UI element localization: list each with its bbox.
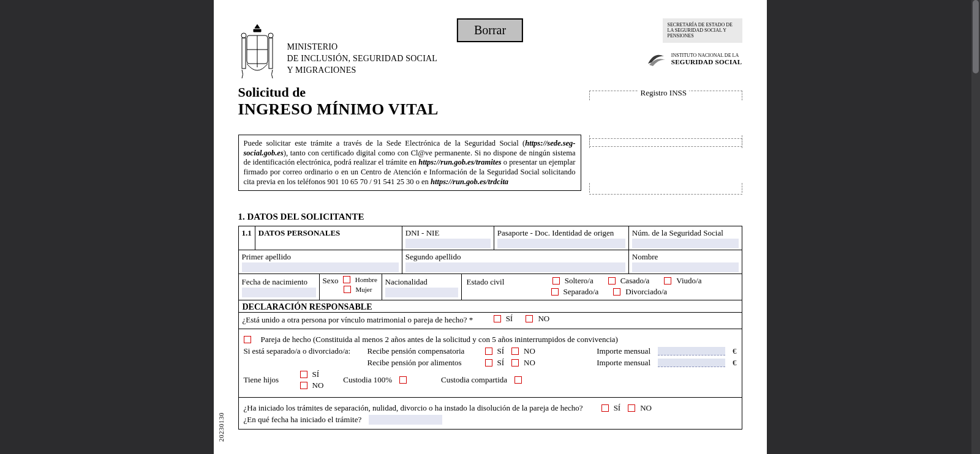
pdf-page: Borrar MINISTERIO DE INC — [214, 0, 767, 454]
checkbox-divorciado[interactable] — [613, 288, 620, 296]
svg-rect-4 — [269, 38, 273, 69]
checkbox-separado[interactable] — [551, 288, 559, 296]
inss-logo: INSTITUTO NACIONAL DE LA SEGURIDAD SOCIA… — [646, 50, 742, 69]
checkbox-hombre[interactable] — [343, 276, 350, 283]
document-version-code: 20230130 — [217, 412, 225, 442]
q-vinculo: ¿Está unido a otra persona por vínculo m… — [243, 315, 473, 324]
checkbox-custodia-comp[interactable] — [514, 376, 522, 384]
label-nss: Núm. de la Seguridad Social — [632, 228, 723, 237]
declaracion-title: DECLARACIÓN RESPONSABLE — [238, 300, 742, 313]
scrollbar-track[interactable] — [971, 0, 980, 454]
opt-mujer: Mujer — [356, 286, 372, 293]
q-tramites: ¿Ha iniciado los trámites de separación,… — [244, 403, 583, 413]
input-nacionalidad[interactable] — [385, 288, 458, 297]
opt-viudo: Viudo/a — [676, 276, 701, 286]
ministry-line-3: Y MIGRACIONES — [287, 65, 438, 76]
checkbox-custodia-100[interactable] — [399, 376, 407, 384]
ministry-line-2: DE INCLUSIÓN, SEGURIDAD SOCIAL — [287, 53, 438, 65]
cell-1-1-num: 1.1 — [238, 226, 255, 250]
scrollbar-thumb[interactable] — [973, 0, 979, 73]
opt-divorciado: Divorciado/a — [625, 287, 667, 297]
checkbox-tramites-no[interactable] — [628, 404, 635, 412]
q-fecha-tramite: ¿En qué fecha ha iniciado el trámite? — [244, 415, 362, 425]
label-separado-div: Si está separado/a o divorciado/a: — [244, 346, 360, 356]
opt-hombre: Hombre — [355, 276, 377, 283]
row-fecha-sexo-nac-ec: Fecha de nacimiento Sexo Hombre Mujer Na… — [238, 274, 742, 300]
label-sexo: Sexo — [323, 276, 339, 285]
pdf-viewer-viewport: Borrar MINISTERIO DE INC — [0, 0, 980, 454]
opt-separado: Separado/a — [564, 287, 599, 297]
input-pasaporte[interactable] — [497, 239, 625, 248]
checkbox-hijos-no[interactable] — [300, 382, 307, 389]
checkbox-vinculo-si[interactable] — [494, 315, 501, 322]
input-primer-apellido[interactable] — [242, 262, 399, 272]
info-box: Puede solicitar este trámite a través de… — [238, 135, 581, 191]
opt-soltero: Soltero/a — [565, 276, 594, 286]
opt-si: SÍ — [506, 314, 513, 324]
label-pension-comp: Recibe pensión compensatoria — [368, 346, 478, 356]
opt-casado: Casado/a — [620, 276, 650, 286]
ministry-text: MINISTERIO DE INCLUSIÓN, SEGURIDAD SOCIA… — [287, 42, 438, 76]
input-importe-alim[interactable] — [658, 359, 725, 367]
inss-big: SEGURIDAD SOCIAL — [671, 58, 742, 65]
checkbox-palim-no[interactable] — [511, 359, 519, 367]
label-importe-2: Importe mensual — [597, 358, 650, 368]
borrar-button[interactable]: Borrar — [457, 18, 523, 42]
label-pasaporte: Pasaporte - Doc. Identidad de origen — [497, 228, 614, 237]
label-pension-alim: Recibe pensión por alimentos — [368, 358, 478, 368]
label-custodia-comp: Custodia compartida — [441, 375, 507, 385]
checkbox-soltero[interactable] — [552, 277, 560, 285]
input-importe-comp[interactable] — [658, 347, 725, 355]
ministry-line-1: MINISTERIO — [287, 42, 438, 53]
tramites-block: ¿Ha iniciado los trámites de separación,… — [238, 398, 742, 430]
label-segundo-apellido: Segundo apellido — [405, 252, 461, 261]
datos-personales-table: 1.1 DATOS PERSONALES DNI - NIE Pasaporte… — [238, 226, 742, 274]
inss-text: INSTITUTO NACIONAL DE LA SEGURIDAD SOCIA… — [671, 53, 742, 66]
svg-point-6 — [268, 33, 273, 38]
label-primer-apellido: Primer apellido — [242, 252, 292, 261]
checkbox-palim-si[interactable] — [485, 359, 492, 367]
checkbox-mujer[interactable] — [344, 286, 351, 293]
label-dni: DNI - NIE — [405, 228, 440, 237]
cell-datos-personales: DATOS PERSONALES — [258, 228, 341, 237]
opt-no: NO — [538, 314, 549, 324]
checkbox-pareja-hecho[interactable] — [244, 336, 251, 343]
input-nss[interactable] — [632, 239, 739, 248]
checkbox-tramites-si[interactable] — [601, 404, 609, 412]
label-tiene-hijos: Tiene hijos — [244, 375, 293, 385]
pareja-pensiones-block: Pareja de hecho (Constituida al menos 2 … — [238, 329, 742, 398]
inss-swirl-icon — [646, 50, 666, 69]
registro-inss-box-2 — [589, 138, 742, 195]
input-fecha-tramite[interactable] — [369, 415, 442, 425]
label-custodia-100: Custodia 100% — [343, 375, 392, 385]
label-pareja-hecho: Pareja de hecho (Constituida al menos 2 … — [261, 335, 618, 344]
input-nombre[interactable] — [632, 262, 739, 272]
spain-coat-of-arms-icon — [238, 23, 276, 80]
checkbox-viudo[interactable] — [664, 277, 671, 285]
input-segundo-apellido[interactable] — [405, 262, 625, 272]
inss-small: INSTITUTO NACIONAL DE LA — [671, 53, 739, 58]
checkbox-pcomp-si[interactable] — [485, 348, 492, 355]
label-nombre: Nombre — [632, 252, 658, 261]
secretaria-box: SECRETARÍA DE ESTADO DE LA SEGURIDAD SOC… — [663, 18, 742, 43]
svg-point-5 — [241, 33, 246, 38]
input-fecha-nac[interactable] — [242, 288, 316, 297]
section-1-heading: 1. DATOS DEL SOLICITANTE — [238, 212, 742, 222]
label-fecha-nac: Fecha de nacimiento — [242, 277, 308, 286]
declaracion-q1-row: ¿Está unido a otra persona por vínculo m… — [238, 313, 742, 329]
svg-rect-3 — [242, 38, 246, 69]
label-estado-civil: Estado civil — [467, 277, 505, 286]
label-nacionalidad: Nacionalidad — [385, 277, 428, 286]
checkbox-vinculo-no[interactable] — [526, 315, 533, 322]
label-importe-1: Importe mensual — [597, 346, 650, 356]
checkbox-casado[interactable] — [608, 277, 616, 285]
input-dni[interactable] — [405, 239, 491, 248]
checkbox-hijos-si[interactable] — [300, 371, 307, 378]
checkbox-pcomp-no[interactable] — [511, 348, 519, 355]
registro-label: Registro INSS — [638, 88, 689, 98]
